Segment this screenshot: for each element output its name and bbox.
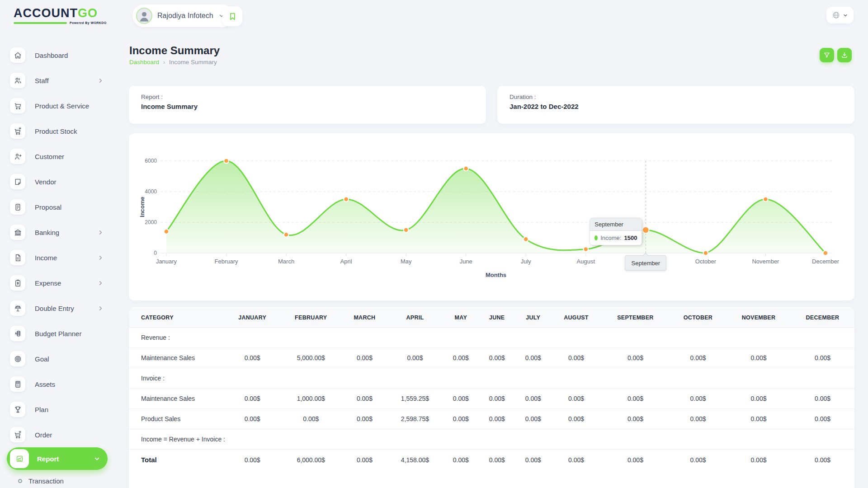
income-area-chart[interactable]: 0200040006000JanuaryFebruaryMarchAprilMa…	[129, 133, 854, 300]
file-icon	[10, 250, 25, 265]
table-cell: 0.00$	[479, 409, 515, 429]
user-plus-icon	[10, 149, 25, 164]
series-dot-icon	[594, 235, 598, 240]
table-cell: 0.00$	[726, 389, 791, 409]
table-cell: 0.00$	[342, 450, 387, 470]
svg-text:August: August	[577, 258, 595, 265]
sidebar-item-label: Staff	[35, 77, 49, 84]
svg-text:July: July	[521, 258, 532, 265]
sidebar-item-income[interactable]: Income	[0, 245, 116, 270]
breadcrumb-current: Income Summary	[169, 59, 217, 66]
sidebar-item-vendor[interactable]: Vendor	[0, 169, 116, 194]
svg-text:February: February	[215, 258, 239, 265]
table-cell: 0.00$	[280, 409, 342, 429]
column-header-february: FEBRUARY	[280, 308, 342, 328]
sidebar-item-product-service[interactable]: Product & Service	[0, 93, 116, 118]
sidebar-item-budget-planner[interactable]: Budget Planner	[0, 321, 116, 346]
table-cell: 0.00$	[225, 450, 280, 470]
table-cell: 0.00$	[443, 389, 479, 409]
sidebar-item-label: Vendor	[35, 178, 57, 186]
table-cell: 0.00$	[387, 348, 443, 368]
tooltip-series-label: Income:	[600, 235, 621, 241]
column-header-march: MARCH	[342, 308, 387, 328]
filter-button[interactable]	[820, 48, 834, 62]
report-card-value: Income Summary	[141, 103, 474, 110]
table-cell: 0.00$	[726, 348, 791, 368]
users-icon	[10, 73, 25, 88]
sidebar-item-transaction[interactable]: Transaction	[0, 470, 116, 488]
table-cell: 0.00$	[670, 348, 726, 368]
chevron-down-icon	[94, 455, 100, 462]
table-cell: 0.00$	[670, 450, 726, 470]
sidebar-item-product-stock[interactable]: Product Stock	[0, 118, 116, 144]
sidebar-item-expense[interactable]: Expense	[0, 270, 116, 296]
sidebar-item-label: Assets	[35, 380, 55, 388]
sidebar-item-label: Product & Service	[35, 102, 89, 110]
trophy-icon	[10, 402, 25, 417]
chart-line-icon	[10, 449, 29, 468]
table-cell: 0.00$	[601, 389, 670, 409]
column-header-june: JUNE	[479, 308, 515, 328]
table-section-row: Invoice :	[129, 368, 854, 389]
table-cell: 2,598.75$	[387, 409, 443, 429]
table-cell: 0.00$	[601, 409, 670, 429]
download-button[interactable]	[837, 48, 852, 62]
logo-text-dark: ACCOUNT	[14, 6, 78, 20]
column-header-december: DECEMBER	[791, 308, 854, 328]
sidebar-item-proposal[interactable]: Proposal	[0, 194, 116, 220]
breadcrumb-dashboard[interactable]: Dashboard	[129, 59, 159, 66]
table-cell: 0.00$	[225, 409, 280, 429]
sidebar-item-goal[interactable]: Goal	[0, 346, 116, 371]
table-cell: 0.00$	[551, 450, 601, 470]
sidebar-item-double-entry[interactable]: Double Entry	[0, 296, 116, 321]
sidebar-item-staff[interactable]: Staff	[0, 68, 116, 93]
table-cell: 0.00$	[670, 389, 726, 409]
sidebar-item-customer[interactable]: Customer	[0, 144, 116, 169]
table-cell: 0.00$	[515, 348, 551, 368]
table-cell: 0.00$	[601, 348, 670, 368]
svg-text:6000: 6000	[145, 158, 157, 164]
sidebar-item-banking[interactable]: Banking	[0, 220, 116, 245]
chart-tooltip: SeptemberIncome:1500	[590, 218, 642, 245]
bullet-icon	[18, 479, 22, 483]
sidebar-item-dashboard[interactable]: Dashboard	[0, 42, 116, 68]
receipt-icon	[10, 199, 25, 215]
table-cell: 0.00$	[443, 348, 479, 368]
sidebar-item-label: Banking	[35, 229, 59, 236]
breadcrumb-separator: ›	[163, 59, 165, 66]
tooltip-value: 1500	[624, 235, 637, 241]
chevron-right-icon	[97, 229, 104, 236]
cart-plus-icon	[10, 427, 25, 442]
table-cell: 0.00$	[342, 348, 387, 368]
table-section-row: Revenue :	[129, 328, 854, 348]
bank-icon	[10, 225, 25, 240]
column-header-october: OCTOBER	[670, 308, 726, 328]
svg-text:0: 0	[154, 250, 157, 256]
table-cell: 0.00$	[515, 409, 551, 429]
table-cell: 0.00$	[726, 450, 791, 470]
sidebar-item-label: Product Stock	[35, 127, 77, 135]
sidebar: DashboardStaffProduct & ServiceProduct S…	[0, 42, 116, 488]
table-cell: 4,158.00$	[387, 450, 443, 470]
sidebar-item-label: Budget Planner	[35, 330, 81, 338]
sidebar-item-label: Double Entry	[35, 305, 74, 312]
sidebar-item-label: Transaction	[28, 477, 64, 485]
table-cell: 1,559.25$	[387, 389, 443, 409]
table-cell: 0.00$	[342, 389, 387, 409]
scale-icon	[10, 300, 25, 316]
table-cell: 0.00$	[726, 409, 791, 429]
svg-text:2000: 2000	[145, 219, 157, 225]
income-chart-card: 0200040006000JanuaryFebruaryMarchAprilMa…	[129, 133, 854, 300]
chevron-right-icon	[97, 77, 104, 84]
tooltip-month: September	[590, 218, 642, 231]
svg-text:Income: Income	[139, 197, 146, 217]
sidebar-item-label: Dashboard	[35, 52, 68, 59]
sidebar-item-plan[interactable]: Plan	[0, 397, 116, 422]
table-cell: 0.00$	[791, 389, 854, 409]
table-section-row: Income = Revenue + Invoice :	[129, 429, 854, 450]
table-row: Total0.00$6,000.00$0.00$4,158.00$0.00$0.…	[129, 450, 854, 470]
sidebar-item-assets[interactable]: Assets	[0, 371, 116, 397]
sidebar-item-order[interactable]: Order	[0, 422, 116, 447]
table-cell: 0.00$	[791, 450, 854, 470]
sidebar-item-report[interactable]: Report	[7, 447, 108, 470]
